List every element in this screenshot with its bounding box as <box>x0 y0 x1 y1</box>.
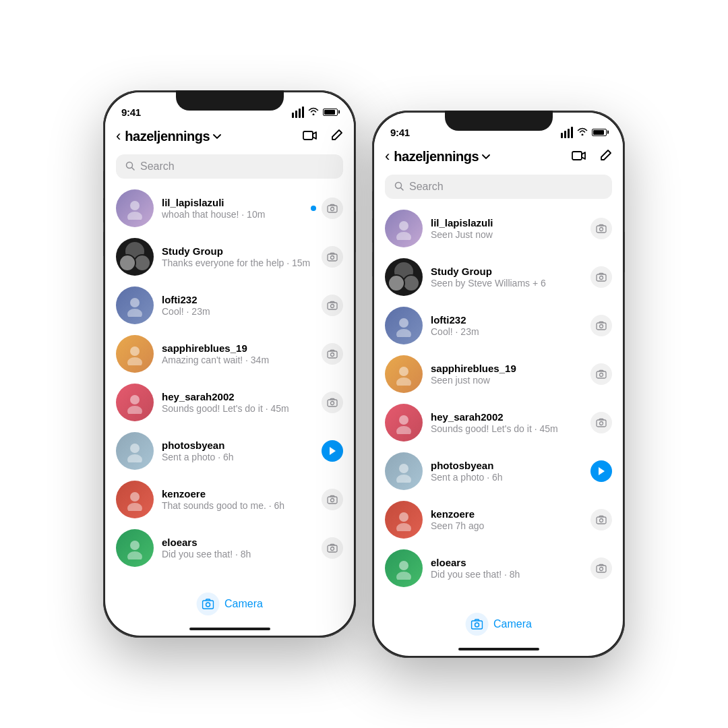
home-indicator <box>458 648 539 650</box>
search-bar[interactable]: Search <box>116 154 343 179</box>
camera-button[interactable] <box>590 266 612 288</box>
svg-rect-0 <box>303 131 313 140</box>
svg-rect-5 <box>328 206 337 212</box>
phone-right: 9:41‹hazeljenningsSearchlil_lapislazuliS… <box>372 111 625 658</box>
conversation-action <box>322 392 343 413</box>
status-icons <box>292 106 338 118</box>
compose-icon[interactable] <box>599 149 612 164</box>
list-item[interactable]: lofti232Cool! · 23m <box>105 281 354 330</box>
unread-dot <box>311 206 316 211</box>
list-item[interactable]: sapphireblues_19Amazing can't wait! · 34… <box>105 330 354 378</box>
chevron-down-icon[interactable] <box>482 151 490 162</box>
camera-button[interactable] <box>322 246 343 268</box>
search-icon <box>394 181 404 193</box>
avatar <box>385 501 423 539</box>
svg-point-24 <box>127 503 142 511</box>
camera-button[interactable] <box>590 363 612 385</box>
conversation-action <box>322 489 343 510</box>
play-button[interactable] <box>590 460 612 482</box>
conversation-info: sapphireblues_19Seen just now <box>431 363 582 386</box>
list-item[interactable]: photosbyeanSent a photo · 6h <box>105 427 354 475</box>
list-item[interactable]: lil_lapislazuliSeen Just now <box>374 204 623 253</box>
svg-point-9 <box>130 298 140 307</box>
compose-icon[interactable] <box>330 129 343 144</box>
svg-point-56 <box>399 512 408 522</box>
svg-rect-62 <box>597 566 606 572</box>
camera-button[interactable] <box>322 392 343 413</box>
svg-point-63 <box>600 568 603 571</box>
conversation-action <box>590 266 612 288</box>
avatar <box>385 452 423 490</box>
list-item[interactable]: Study GroupSeen by Steve Williams + 6 <box>374 253 623 301</box>
conversation-name: eloears <box>431 557 582 568</box>
svg-rect-19 <box>328 400 337 406</box>
conversation-name: hey_sarah2002 <box>431 411 582 423</box>
video-icon[interactable] <box>572 150 586 163</box>
search-placeholder: Search <box>409 181 444 193</box>
list-item[interactable]: sapphireblues_19Seen just now <box>374 350 623 398</box>
svg-point-50 <box>399 415 408 425</box>
avatar <box>116 384 154 421</box>
svg-point-37 <box>396 232 411 240</box>
svg-point-10 <box>127 309 142 317</box>
svg-point-61 <box>396 572 411 580</box>
power-button <box>355 212 356 252</box>
avatar <box>116 335 154 373</box>
conversation-info: lil_lapislazuliSeen Just now <box>431 217 582 240</box>
camera-button[interactable] <box>590 315 612 336</box>
header-right <box>303 129 343 144</box>
svg-point-13 <box>130 346 140 356</box>
conversation-name: photosbyean <box>431 460 582 471</box>
conversation-action <box>322 246 343 268</box>
svg-rect-38 <box>597 226 606 233</box>
camera-button[interactable] <box>322 198 343 219</box>
list-item[interactable]: lil_lapislazuliwhoah that house! · 10m <box>105 184 354 233</box>
list-item[interactable]: lofti232Cool! · 23m <box>374 301 623 350</box>
svg-line-2 <box>132 167 135 170</box>
search-bar[interactable]: Search <box>385 175 612 199</box>
camera-button[interactable] <box>590 218 612 239</box>
volume-up-button <box>103 198 104 222</box>
chevron-down-icon[interactable] <box>213 131 221 142</box>
list-item[interactable]: kenzoereThat sounds good to me. · 6h <box>105 475 354 524</box>
list-item[interactable]: photosbyeanSent a photo · 6h <box>374 447 623 495</box>
svg-point-23 <box>130 492 140 502</box>
list-item[interactable]: eloearsDid you see that! · 8h <box>105 524 354 572</box>
svg-point-55 <box>396 475 411 483</box>
bottom-camera-button[interactable]: Camera <box>465 613 532 636</box>
svg-rect-40 <box>597 274 606 281</box>
list-item[interactable]: Study GroupThanks everyone for the help … <box>105 233 354 281</box>
camera-button[interactable] <box>322 343 343 365</box>
conversation-action <box>322 295 343 316</box>
search-icon <box>125 161 135 173</box>
camera-button[interactable] <box>322 489 343 510</box>
conversation-preview: Sent a photo · 6h <box>162 452 313 462</box>
conversation-preview: Did you see that! · 8h <box>431 569 582 580</box>
camera-button[interactable] <box>590 509 612 530</box>
conversation-name: hey_sarah2002 <box>162 391 313 402</box>
bottom-camera-button[interactable]: Camera <box>196 593 263 615</box>
conversation-info: photosbyeanSent a photo · 6h <box>431 460 582 483</box>
back-button[interactable]: ‹ <box>385 148 390 165</box>
conversation-list: lil_lapislazuliwhoah that house! · 10mSt… <box>105 184 354 572</box>
conversation-name: eloears <box>162 537 313 548</box>
conversation-info: eloearsDid you see that! · 8h <box>431 557 582 580</box>
svg-rect-7 <box>328 254 337 261</box>
camera-button[interactable] <box>322 295 343 316</box>
camera-button[interactable] <box>590 557 612 579</box>
conversation-preview: Cool! · 23m <box>162 306 313 317</box>
play-button[interactable] <box>322 440 343 462</box>
conversation-preview: Seen by Steve Williams + 6 <box>431 278 582 289</box>
back-button[interactable]: ‹ <box>116 127 121 145</box>
camera-button[interactable] <box>322 537 343 559</box>
list-item[interactable]: kenzoereSeen 7h ago <box>374 495 623 544</box>
camera-button[interactable] <box>590 412 612 433</box>
svg-point-3 <box>130 201 140 210</box>
svg-point-12 <box>331 305 334 308</box>
wifi-icon <box>577 126 588 138</box>
video-icon[interactable] <box>303 129 317 143</box>
svg-rect-33 <box>572 152 582 160</box>
list-item[interactable]: hey_sarah2002Sounds good! Let's do it · … <box>105 378 354 427</box>
list-item[interactable]: eloearsDid you see that! · 8h <box>374 544 623 593</box>
list-item[interactable]: hey_sarah2002Sounds good! Let's do it · … <box>374 398 623 447</box>
